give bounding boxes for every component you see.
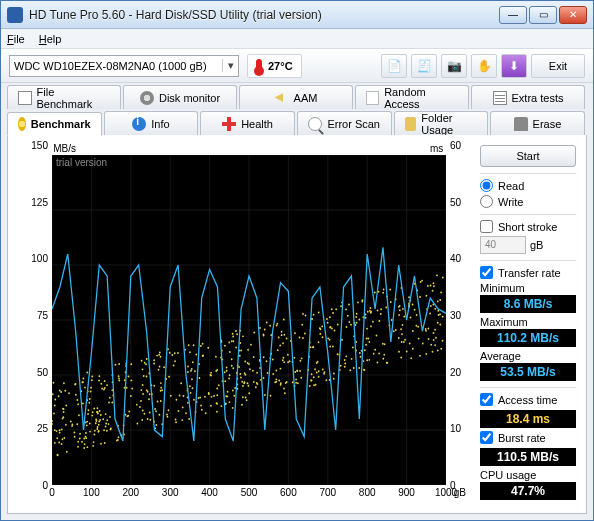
svg-point-639 — [374, 291, 376, 293]
svg-point-413 — [323, 373, 325, 375]
svg-point-634 — [312, 346, 314, 348]
maximize-button[interactable]: ▭ — [529, 6, 557, 24]
write-radio[interactable]: Write — [480, 195, 576, 208]
svg-point-383 — [318, 341, 320, 343]
tab-folder-usage[interactable]: Folder Usage — [394, 111, 489, 135]
svg-point-289 — [322, 368, 324, 370]
svg-point-455 — [349, 321, 351, 323]
svg-point-188 — [385, 306, 387, 308]
exit-button[interactable]: Exit — [531, 54, 585, 78]
transferrate-check[interactable]: Transfer rate — [480, 266, 576, 279]
svg-point-654 — [216, 402, 218, 404]
svg-point-347 — [302, 313, 304, 315]
svg-point-330 — [208, 393, 210, 395]
svg-point-417 — [91, 375, 93, 377]
svg-point-54 — [158, 369, 160, 371]
access-group: Access time 18.4 ms Burst rate 110.5 MB/… — [480, 387, 576, 500]
aam-icon — [275, 91, 289, 105]
tab-info[interactable]: Info — [104, 111, 199, 135]
y-right-unit: ms — [430, 143, 443, 154]
svg-point-276 — [272, 373, 274, 375]
shortstroke-check[interactable]: Short stroke — [480, 220, 576, 233]
chart-watermark: trial version — [56, 157, 107, 168]
svg-point-138 — [101, 388, 103, 390]
svg-point-270 — [425, 353, 427, 355]
svg-point-655 — [160, 387, 162, 389]
svg-point-530 — [313, 384, 315, 386]
svg-point-62 — [156, 355, 158, 357]
svg-point-165 — [348, 303, 350, 305]
svg-point-438 — [79, 433, 81, 435]
tab-label: Info — [151, 118, 169, 130]
svg-point-182 — [295, 382, 297, 384]
svg-point-664 — [97, 411, 99, 413]
svg-point-565 — [173, 365, 175, 367]
start-button[interactable]: Start — [480, 145, 576, 167]
toolbar: WDC WD10EZEX-08M2NA0 (1000 gB) ▾ 27°C 📄 … — [1, 49, 593, 83]
svg-point-543 — [357, 301, 359, 303]
svg-point-299 — [77, 441, 79, 443]
menu-help[interactable]: Help — [39, 33, 62, 45]
y-axis-right: ms 0102030405060 — [446, 145, 470, 485]
menu-file[interactable]: File — [7, 33, 25, 45]
svg-point-93 — [84, 443, 86, 445]
svg-point-295 — [210, 375, 212, 377]
tab-error-scan[interactable]: Error Scan — [297, 111, 392, 135]
tab-random-access[interactable]: Random Access — [355, 85, 469, 109]
svg-point-576 — [148, 398, 150, 400]
svg-point-18 — [244, 360, 246, 362]
svg-point-434 — [53, 413, 55, 415]
tab-file-benchmark[interactable]: File Benchmark — [7, 85, 121, 109]
close-button[interactable]: ✕ — [559, 6, 587, 24]
svg-point-274 — [187, 365, 189, 367]
svg-point-178 — [282, 342, 284, 344]
svg-point-521 — [238, 366, 240, 368]
tab-aam[interactable]: AAM — [239, 85, 353, 109]
content-panel: MB/s 0255075100125150 trial version ms 0… — [7, 135, 587, 514]
svg-point-485 — [398, 306, 400, 308]
tab-disk-monitor[interactable]: Disk monitor — [123, 85, 237, 109]
svg-point-120 — [429, 312, 431, 314]
tab-benchmark[interactable]: Benchmark — [7, 112, 102, 136]
copy-info-button[interactable]: 📄 — [381, 54, 407, 78]
svg-point-458 — [370, 312, 372, 314]
svg-point-462 — [109, 397, 111, 399]
device-select[interactable]: WDC WD10EZEX-08M2NA0 (1000 gB) ▾ — [9, 55, 239, 77]
shortstroke-input[interactable]: 40 — [480, 236, 526, 254]
svg-point-515 — [433, 332, 435, 334]
tab-erase[interactable]: Erase — [490, 111, 585, 135]
svg-point-285 — [147, 418, 149, 420]
svg-point-106 — [266, 321, 268, 323]
save-button[interactable]: ⬇ — [501, 54, 527, 78]
accesstime-check[interactable]: Access time — [480, 393, 576, 406]
burstrate-check[interactable]: Burst rate — [480, 431, 576, 444]
shortstroke-group: Short stroke 40 gB — [480, 214, 576, 254]
svg-point-219 — [349, 369, 351, 371]
tab-extra-tests[interactable]: Extra tests — [471, 85, 585, 109]
screenshot-button[interactable]: 📷 — [441, 54, 467, 78]
titlebar[interactable]: HD Tune Pro 5.60 - Hard Disk/SSD Utility… — [1, 1, 593, 29]
copy-screenshot-button[interactable]: 🧾 — [411, 54, 437, 78]
svg-point-59 — [179, 394, 181, 396]
svg-point-382 — [146, 389, 148, 391]
svg-point-584 — [74, 436, 76, 438]
svg-point-622 — [419, 355, 421, 357]
svg-point-457 — [345, 355, 347, 357]
info-icon — [132, 117, 146, 131]
svg-point-104 — [247, 349, 249, 351]
read-radio[interactable]: Read — [480, 179, 576, 192]
svg-point-60 — [136, 404, 138, 406]
options-button[interactable]: ✋ — [471, 54, 497, 78]
svg-point-437 — [144, 362, 146, 364]
shortstroke-row: 40 gB — [480, 236, 576, 254]
svg-point-394 — [331, 328, 333, 330]
svg-point-61 — [321, 325, 323, 327]
svg-point-183 — [86, 424, 88, 426]
svg-point-532 — [278, 379, 280, 381]
minimize-button[interactable]: — — [499, 6, 527, 24]
tab-health[interactable]: Health — [200, 111, 295, 135]
svg-point-594 — [433, 285, 435, 287]
svg-point-623 — [216, 388, 218, 390]
svg-point-556 — [269, 325, 271, 327]
svg-point-432 — [232, 336, 234, 338]
